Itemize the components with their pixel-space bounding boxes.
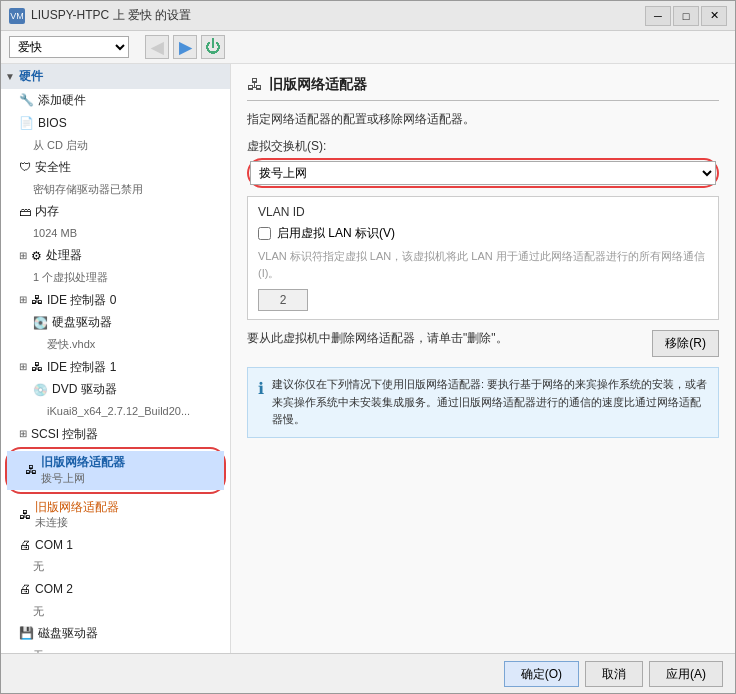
panel-title-section: 🖧 旧版网络适配器 [247, 76, 719, 101]
vlan-title: VLAN ID [258, 205, 708, 219]
processor-sub-label: 1 个虚拟处理器 [33, 270, 108, 285]
sidebar-item-processor[interactable]: ⊞ ⚙ 处理器 [1, 244, 230, 267]
ide0-label: IDE 控制器 0 [47, 292, 116, 309]
sidebar: ▼ 硬件 🔧 添加硬件 📄 BIOS 从 CD 启动 [1, 64, 231, 653]
sidebar-item-scsi[interactable]: ⊞ SCSI 控制器 [1, 423, 230, 446]
sidebar-item-dvd-val[interactable]: iKuai8_x64_2.7.12_Build20... [1, 401, 230, 422]
close-button[interactable]: ✕ [701, 6, 727, 26]
expand-icon: ▼ [5, 71, 15, 82]
sidebar-item-hdd[interactable]: 💽 硬盘驱动器 [1, 311, 230, 334]
processor-icon: ⚙ [31, 249, 42, 263]
sidebar-item-processor-sub[interactable]: 1 个虚拟处理器 [1, 267, 230, 288]
cancel-button[interactable]: 取消 [585, 661, 643, 687]
memory-val-label: 1024 MB [33, 226, 77, 241]
hdd-label: 硬盘驱动器 [52, 314, 112, 331]
ide0-icon: 🖧 [31, 293, 43, 307]
nav-back-button[interactable]: ◀ [145, 35, 169, 59]
ide1-expand-icon: ⊞ [19, 361, 27, 372]
bottom-bar: 确定(O) 取消 应用(A) [1, 653, 735, 693]
vlan-input[interactable] [258, 289, 308, 311]
scsi-expand-icon: ⊞ [19, 428, 27, 439]
right-panel: 🖧 旧版网络适配器 指定网络适配器的配置或移除网络适配器。 虚拟交换机(S): … [231, 64, 735, 653]
add-hardware-label: 添加硬件 [38, 92, 86, 109]
dvd-icon: 💿 [33, 383, 48, 397]
vm-selector: 爱快 [9, 36, 129, 58]
sidebar-item-security[interactable]: 🛡 安全性 [1, 156, 230, 179]
nic2-val-label: 未连接 [35, 515, 119, 530]
maximize-button[interactable]: □ [673, 6, 699, 26]
vlan-checkbox-label[interactable]: 启用虚拟 LAN 标识(V) [277, 225, 395, 242]
nic2-label: 旧版网络适配器 [35, 499, 119, 516]
sidebar-item-memory[interactable]: 🗃 内存 [1, 200, 230, 223]
title-bar-left: VM LIUSPY-HTPC 上 爱快 的设置 [9, 7, 191, 24]
vm-select[interactable]: 爱快 [9, 36, 129, 58]
power-button[interactable]: ⏻ [201, 35, 225, 59]
sidebar-item-com1[interactable]: 🖨 COM 1 [1, 534, 230, 557]
sidebar-item-legacy-nic1[interactable]: 🖧 旧版网络适配器 拨号上网 [7, 451, 224, 489]
vlan-input-row [258, 289, 708, 311]
vlan-disabled-desc: VLAN 标识符指定虚拟 LAN，该虚拟机将此 LAN 用于通过此网络适配器进行… [258, 248, 708, 281]
dvd-val-label: iKuai8_x64_2.7.12_Build20... [47, 404, 190, 419]
memory-icon: 🗃 [19, 205, 31, 219]
sidebar-item-hdd-val[interactable]: 爱快.vhdx [1, 334, 230, 355]
vlan-section: VLAN ID 启用虚拟 LAN 标识(V) VLAN 标识符指定虚拟 LAN，… [247, 196, 719, 320]
memory-label: 内存 [35, 203, 59, 220]
sidebar-item-diskdrive-val[interactable]: 无 [1, 645, 230, 653]
settings-window: VM LIUSPY-HTPC 上 爱快 的设置 ─ □ ✕ 爱快 ◀ ▶ ⏻ [0, 0, 736, 694]
switch-select[interactable]: 拨号上网 未连接 Default Switch [250, 161, 716, 185]
remove-desc: 要从此虚拟机中删除网络适配器，请单击"删除"。 [247, 331, 508, 345]
sidebar-item-com2-val[interactable]: 无 [1, 601, 230, 622]
sidebar-item-bios[interactable]: 📄 BIOS [1, 112, 230, 135]
window-title: LIUSPY-HTPC 上 爱快 的设置 [31, 7, 191, 24]
boot-label: 从 CD 启动 [33, 138, 88, 153]
content-area: 爱快 ◀ ▶ ⏻ ▼ 硬件 🔧 添加硬件 [1, 31, 735, 693]
switch-dropdown-highlight: 拨号上网 未连接 Default Switch [247, 158, 719, 188]
apply-button[interactable]: 应用(A) [649, 661, 723, 687]
bios-icon: 📄 [19, 116, 34, 130]
minimize-button[interactable]: ─ [645, 6, 671, 26]
switch-label: 虚拟交换机(S): [247, 138, 719, 155]
sidebar-item-memory-val[interactable]: 1024 MB [1, 223, 230, 244]
com2-val-label: 无 [33, 604, 44, 619]
hardware-section-label: 硬件 [19, 68, 43, 85]
info-box: ℹ 建议你仅在下列情况下使用旧版网络适配器: 要执行基于网络的来宾操作系统的安装… [247, 367, 719, 438]
toolbar-buttons: ◀ ▶ ⏻ [145, 35, 225, 59]
processor-expand-icon: ⊞ [19, 250, 27, 261]
disk-icon: 💾 [19, 626, 34, 640]
vlan-checkbox-row: 启用虚拟 LAN 标识(V) [258, 225, 708, 242]
sidebar-item-legacy-nic2[interactable]: 🖧 旧版网络适配器 未连接 [1, 496, 230, 534]
nic1-label: 旧版网络适配器 [41, 454, 125, 471]
confirm-button[interactable]: 确定(O) [504, 661, 579, 687]
hardware-section-header[interactable]: ▼ 硬件 [1, 64, 230, 89]
security-label: 安全性 [35, 159, 71, 176]
title-controls: ─ □ ✕ [645, 6, 727, 26]
bios-label: BIOS [38, 115, 67, 132]
vlan-checkbox[interactable] [258, 227, 271, 240]
window-icon: VM [9, 8, 25, 24]
switch-form-row: 虚拟交换机(S): 拨号上网 未连接 Default Switch [247, 138, 719, 188]
main-content: ▼ 硬件 🔧 添加硬件 📄 BIOS 从 CD 启动 [1, 64, 735, 653]
sidebar-item-add-hardware[interactable]: 🔧 添加硬件 [1, 89, 230, 112]
nic1-val-label: 拨号上网 [41, 471, 125, 486]
scsi-label: SCSI 控制器 [31, 426, 98, 443]
ide0-expand-icon: ⊞ [19, 294, 27, 305]
sidebar-item-ide0[interactable]: ⊞ 🖧 IDE 控制器 0 [1, 289, 230, 312]
sidebar-item-com2[interactable]: 🖨 COM 2 [1, 578, 230, 601]
panel-desc: 指定网络适配器的配置或移除网络适配器。 [247, 111, 719, 128]
info-text: 建议你仅在下列情况下使用旧版网络适配器: 要执行基于网络的来宾操作系统的安装，或… [272, 376, 708, 429]
top-bar: 爱快 ◀ ▶ ⏻ [1, 31, 735, 64]
title-bar: VM LIUSPY-HTPC 上 爱快 的设置 ─ □ ✕ [1, 1, 735, 31]
security-sub-label: 密钥存储驱动器已禁用 [33, 182, 143, 197]
sidebar-item-security-sub[interactable]: 密钥存储驱动器已禁用 [1, 179, 230, 200]
sidebar-item-dvd[interactable]: 💿 DVD 驱动器 [1, 378, 230, 401]
sidebar-item-diskdrive[interactable]: 💾 磁盘驱动器 [1, 622, 230, 645]
highlighted-nic-group: 🖧 旧版网络适配器 拨号上网 [5, 447, 226, 493]
nav-forward-button[interactable]: ▶ [173, 35, 197, 59]
sidebar-item-ide1[interactable]: ⊞ 🖧 IDE 控制器 1 [1, 356, 230, 379]
sidebar-item-com1-val[interactable]: 无 [1, 556, 230, 577]
dvd-label: DVD 驱动器 [52, 381, 117, 398]
sidebar-item-boot[interactable]: 从 CD 启动 [1, 135, 230, 156]
switch-select-row: 拨号上网 未连接 Default Switch [250, 161, 716, 185]
remove-button[interactable]: 移除(R) [652, 330, 719, 357]
nic2-label-group: 旧版网络适配器 未连接 [35, 499, 119, 531]
